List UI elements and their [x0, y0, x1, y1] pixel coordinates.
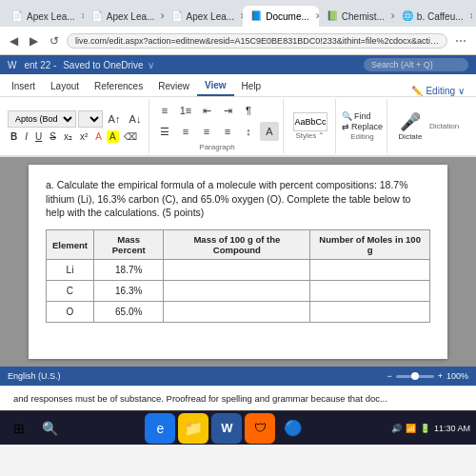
doc-bottom-snippet: and responses must be of substance. Proo… — [0, 386, 476, 410]
editing-label: Editing — [426, 86, 455, 96]
browser-tab-3[interactable]: 📄 Apex Lea... ✕ — [164, 6, 244, 27]
clear-format-button[interactable]: ⌫ — [121, 130, 140, 143]
align-center-button[interactable]: ≡ — [176, 122, 195, 141]
col-moles: Number of Moles in 100 g — [310, 230, 430, 260]
taskbar-app-edge[interactable]: e — [145, 413, 175, 444]
tab-review[interactable]: Review — [150, 75, 197, 96]
font-color-button[interactable]: A — [92, 130, 105, 143]
word-ribbon-header: W ent 22 - Saved to OneDrive ∨ — [0, 55, 476, 74]
tab-insert[interactable]: Insert — [4, 75, 43, 96]
forward-button[interactable]: ▶ — [26, 32, 42, 50]
table-row-o: O 65.0% — [47, 302, 430, 323]
strikethrough-button[interactable]: S — [47, 130, 59, 143]
align-right-button[interactable]: ≡ — [197, 122, 216, 141]
table-row-li: Li 18.7% — [47, 260, 430, 281]
save-status: Saved to OneDrive — [63, 60, 144, 70]
element-c: C — [47, 281, 94, 302]
mass-100g-c[interactable] — [164, 281, 310, 302]
browser-tab-1[interactable]: 📄 Apex Lea... ✕ — [4, 6, 84, 27]
paragraph-marks-button[interactable]: ¶ — [239, 101, 258, 120]
font-name-select[interactable]: Aptos (Body) — [8, 110, 76, 128]
replace-button[interactable]: ⇄ Replace — [342, 122, 383, 131]
extensions-button[interactable]: ⋯ — [451, 32, 470, 50]
address-field[interactable]: live.com/edit.aspx?action=editnew&resid=… — [67, 33, 447, 49]
mass-100g-li[interactable] — [164, 260, 310, 281]
tab-label-6: b. Caffeu... — [417, 11, 464, 22]
zoom-control: − + 100% — [387, 371, 468, 381]
tab-icon-1: 📄 — [11, 10, 23, 22]
status-right: − + 100% — [387, 371, 468, 381]
browser-tabs: 📄 Apex Lea... ✕ 📄 Apex Lea... ✕ 📄 Apex L… — [0, 0, 476, 27]
taskbar-app-avast[interactable]: 🛡 — [245, 413, 275, 444]
find-button[interactable]: 🔍 Find — [342, 111, 383, 121]
dictate-label: Dictate — [399, 132, 423, 141]
back-button[interactable]: ◀ — [6, 32, 22, 50]
windows-start-button[interactable]: ⊞ — [6, 415, 32, 442]
decrease-font-btn[interactable]: A↓ — [126, 109, 145, 129]
italic-button[interactable]: I — [22, 130, 30, 143]
tab-references[interactable]: References — [87, 75, 150, 96]
tab-label-1: Apex Lea... — [27, 11, 75, 22]
tab-icon-2: 📄 — [91, 10, 103, 22]
tab-help[interactable]: Help — [234, 75, 269, 96]
subscript-button[interactable]: x₂ — [61, 130, 75, 143]
moles-o[interactable] — [310, 302, 430, 323]
volume-icon[interactable]: 🔊 — [391, 424, 402, 433]
status-bar: English (U.S.) − + 100% — [0, 367, 476, 386]
editing-mode-button[interactable]: ✏️ Editing ∨ — [411, 86, 472, 96]
numbering-button[interactable]: 1≡ — [176, 101, 195, 120]
search-taskbar-button[interactable]: 🔍 — [36, 415, 63, 442]
paragraph-group: ≡ 1≡ ⇤ ⇥ ¶ ☰ ≡ ≡ ≡ ↕ A Paragraph — [151, 99, 284, 153]
col-element: Element — [47, 230, 94, 260]
mass-percent-c: 16.3% — [93, 281, 163, 302]
word-search-input[interactable] — [364, 58, 468, 71]
zoom-slider[interactable] — [396, 375, 434, 378]
pencil-icon: ✏️ — [411, 86, 423, 96]
bullets-button[interactable]: ≡ — [155, 101, 174, 120]
editing-function-group: 🔍 Find ⇄ Replace Editing — [338, 99, 387, 153]
browser-tab-5[interactable]: 📗 Chemist... ✕ — [319, 6, 394, 27]
problem-text: a. Calculate the empirical formula of a … — [46, 178, 430, 220]
superscript-button[interactable]: x² — [77, 130, 90, 143]
dictate-button[interactable]: 🎤 Dictate — [393, 111, 427, 141]
tab-layout[interactable]: Layout — [43, 75, 87, 96]
problem-label: a. Calculate the empirical formula of a … — [46, 179, 410, 218]
windows-icon: ⊞ — [13, 421, 25, 436]
browser-tab-2[interactable]: 📄 Apex Lea... ✕ — [84, 6, 164, 27]
refresh-button[interactable]: ↺ — [46, 32, 63, 50]
tab-close-6[interactable]: ✕ — [469, 11, 472, 21]
underline-button[interactable]: U — [32, 130, 45, 143]
styles-preview: AaBbCc — [293, 112, 327, 131]
moles-c[interactable] — [310, 281, 430, 302]
indent-decrease-button[interactable]: ⇤ — [197, 101, 216, 120]
indent-increase-button[interactable]: ⇥ — [218, 101, 237, 120]
mass-100g-o[interactable] — [164, 302, 310, 323]
doc-bottom-text: and responses must be of substance. Proo… — [13, 393, 387, 404]
taskbar: ⊞ 🔍 e 📁 W 🛡 🔵 🔊 📶 🔋 11:30 AM — [0, 410, 476, 445]
taskbar-app-word[interactable]: W — [211, 413, 242, 444]
font-size-select[interactable]: 11 — [78, 110, 103, 128]
align-left-button[interactable]: ☰ — [155, 122, 174, 141]
tab-view[interactable]: View — [197, 75, 234, 96]
increase-font-btn[interactable]: A↑ — [105, 109, 124, 129]
highlight-button[interactable]: A — [107, 130, 119, 143]
dictation-group: 🎤 Dictate Dictation — [389, 99, 463, 153]
styles-group: AaBbCc Styles ⌃ — [286, 99, 336, 153]
taskbar-app-explorer[interactable]: 📁 — [178, 413, 208, 444]
col-mass-percent: Mass Percent — [93, 230, 163, 260]
justify-button[interactable]: ≡ — [218, 122, 237, 141]
document-page[interactable]: a. Calculate the empirical formula of a … — [29, 165, 447, 359]
browser-tab-6[interactable]: 🌐 b. Caffeu... ✕ — [394, 6, 472, 27]
browser-tab-4[interactable]: 📘 Docume... ✕ — [243, 6, 319, 27]
folder-icon: 📁 — [184, 419, 203, 437]
zoom-minus-button[interactable]: − — [387, 371, 391, 381]
chrome-icon: 🔵 — [284, 419, 303, 437]
bold-button[interactable]: B — [8, 130, 20, 143]
styles-button[interactable]: AaBbCc Styles ⌃ — [289, 112, 331, 140]
shading-button[interactable]: A — [260, 122, 279, 141]
wifi-icon[interactable]: 📶 — [406, 424, 416, 433]
line-spacing-button[interactable]: ↕ — [239, 122, 258, 141]
taskbar-app-chrome[interactable]: 🔵 — [278, 413, 308, 444]
moles-li[interactable] — [310, 260, 430, 281]
zoom-plus-button[interactable]: + — [438, 371, 443, 381]
